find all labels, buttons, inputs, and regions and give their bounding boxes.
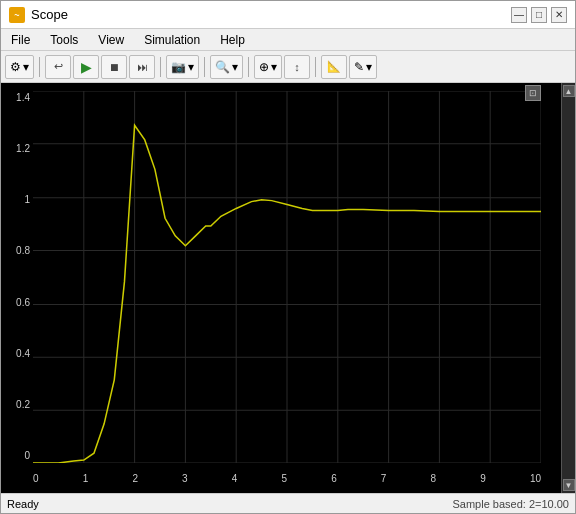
toolbar-separator-3 bbox=[204, 57, 205, 77]
app-icon: ~ bbox=[9, 7, 25, 23]
snapshot-dropdown-arrow: ▾ bbox=[188, 60, 194, 74]
plot-container bbox=[33, 91, 541, 463]
cursor-dropdown[interactable]: ✎ ▾ bbox=[349, 55, 377, 79]
scroll-down-button[interactable]: ▼ bbox=[563, 479, 575, 491]
window-controls: — □ ✕ bbox=[511, 7, 567, 23]
y-label-10: 1 bbox=[24, 195, 30, 205]
menu-help[interactable]: Help bbox=[214, 31, 251, 49]
main-window: ~ Scope — □ ✕ File Tools View Simulation… bbox=[0, 0, 576, 514]
x-label-0: 0 bbox=[33, 473, 39, 484]
y-label-02: 0.2 bbox=[16, 400, 30, 410]
zoom-dropdown-arrow: ▾ bbox=[232, 60, 238, 74]
play-button[interactable]: ▶ bbox=[73, 55, 99, 79]
x-label-10: 10 bbox=[530, 473, 541, 484]
close-button[interactable]: ✕ bbox=[551, 7, 567, 23]
menu-simulation[interactable]: Simulation bbox=[138, 31, 206, 49]
x-label-8: 8 bbox=[431, 473, 437, 484]
status-info: Sample based: 2=10.00 bbox=[452, 498, 569, 510]
y-label-08: 0.8 bbox=[16, 246, 30, 256]
axes-dropdown[interactable]: ⊕ ▾ bbox=[254, 55, 282, 79]
y-label-14: 1.4 bbox=[16, 93, 30, 103]
x-label-3: 3 bbox=[182, 473, 188, 484]
axes-dropdown-arrow: ▾ bbox=[271, 60, 277, 74]
rewind-button[interactable]: ↩ bbox=[45, 55, 71, 79]
y-label-12: 1.2 bbox=[16, 144, 30, 154]
plot-area[interactable]: 1.4 1.2 1 0.8 0.6 0.4 0.2 0 bbox=[1, 83, 561, 493]
autoscale-button[interactable]: ↕ bbox=[284, 55, 310, 79]
settings-dropdown[interactable]: ⚙ ▾ bbox=[5, 55, 34, 79]
toolbar-separator-5 bbox=[315, 57, 316, 77]
cursor-dropdown-arrow: ▾ bbox=[366, 60, 372, 74]
cursor-icon: ✎ bbox=[354, 60, 364, 74]
toolbar-separator-1 bbox=[39, 57, 40, 77]
menu-tools[interactable]: Tools bbox=[44, 31, 84, 49]
x-label-2: 2 bbox=[132, 473, 138, 484]
axes-icon: ⊕ bbox=[259, 60, 269, 74]
x-label-5: 5 bbox=[281, 473, 287, 484]
x-label-7: 7 bbox=[381, 473, 387, 484]
window-title: Scope bbox=[31, 7, 68, 22]
x-label-9: 9 bbox=[480, 473, 486, 484]
scroll-up-button[interactable]: ▲ bbox=[563, 85, 575, 97]
toolbar-separator-4 bbox=[248, 57, 249, 77]
settings-dropdown-arrow: ▾ bbox=[23, 60, 29, 74]
right-scrollbar[interactable]: ▲ ▼ bbox=[561, 83, 575, 493]
title-bar: ~ Scope — □ ✕ bbox=[1, 1, 575, 29]
y-axis: 1.4 1.2 1 0.8 0.6 0.4 0.2 0 bbox=[1, 91, 33, 463]
x-axis: 0 1 2 3 4 5 6 7 8 9 10 bbox=[33, 471, 541, 491]
plot-svg bbox=[33, 91, 541, 463]
x-label-4: 4 bbox=[232, 473, 238, 484]
snapshot-icon: 📷 bbox=[171, 60, 186, 74]
step-button[interactable]: ⏭ bbox=[129, 55, 155, 79]
menu-view[interactable]: View bbox=[92, 31, 130, 49]
zoom-icon: 🔍 bbox=[215, 60, 230, 74]
x-label-1: 1 bbox=[83, 473, 89, 484]
settings-icon: ⚙ bbox=[10, 60, 21, 74]
y-label-04: 0.4 bbox=[16, 349, 30, 359]
stop-button[interactable]: ⏹ bbox=[101, 55, 127, 79]
snapshot-dropdown[interactable]: 📷 ▾ bbox=[166, 55, 199, 79]
status-text: Ready bbox=[7, 498, 39, 510]
title-left: ~ Scope bbox=[9, 7, 68, 23]
toolbar: ⚙ ▾ ↩ ▶ ⏹ ⏭ 📷 ▾ 🔍 ▾ ⊕ ▾ ↕ 📐 ✎ ▾ bbox=[1, 51, 575, 83]
content-area: 1.4 1.2 1 0.8 0.6 0.4 0.2 0 bbox=[1, 83, 575, 493]
toolbar-separator-2 bbox=[160, 57, 161, 77]
menubar: File Tools View Simulation Help bbox=[1, 29, 575, 51]
maximize-button[interactable]: □ bbox=[531, 7, 547, 23]
x-label-6: 6 bbox=[331, 473, 337, 484]
status-bar: Ready Sample based: 2=10.00 bbox=[1, 493, 575, 513]
minimize-button[interactable]: — bbox=[511, 7, 527, 23]
expand-button[interactable]: ⊡ bbox=[525, 85, 541, 101]
params-button[interactable]: 📐 bbox=[321, 55, 347, 79]
y-label-06: 0.6 bbox=[16, 298, 30, 308]
zoom-dropdown[interactable]: 🔍 ▾ bbox=[210, 55, 243, 79]
menu-file[interactable]: File bbox=[5, 31, 36, 49]
y-label-00: 0 bbox=[24, 451, 30, 461]
